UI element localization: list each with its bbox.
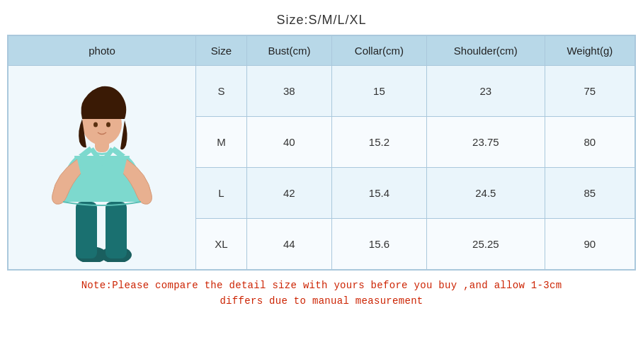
svg-point-8	[106, 123, 110, 127]
product-image	[24, 71, 180, 262]
bust-s: 38	[246, 66, 331, 117]
shoulder-m: 23.75	[427, 117, 545, 168]
bust-xl: 44	[246, 219, 331, 270]
collar-xl: 15.6	[331, 219, 426, 270]
col-header-bust: Bust(cm)	[246, 36, 331, 66]
note-line1: Note:Please compare the detail size with…	[81, 280, 562, 291]
shoulder-s: 23	[427, 66, 545, 117]
photo-cell	[8, 66, 196, 270]
size-m: M	[196, 117, 247, 168]
table-header-row: photo Size Bust(cm) Collar(cm) Shoulder(…	[8, 36, 635, 66]
weight-s: 75	[545, 66, 635, 117]
bust-m: 40	[246, 117, 331, 168]
shoulder-xl: 25.25	[427, 219, 545, 270]
bust-l: 42	[246, 168, 331, 219]
collar-m: 15.2	[331, 117, 426, 168]
weight-l: 85	[545, 168, 635, 219]
weight-xl: 90	[545, 219, 635, 270]
svg-rect-3	[76, 202, 97, 258]
size-table-wrapper: photo Size Bust(cm) Collar(cm) Shoulder(…	[7, 35, 636, 271]
note-text: Note:Please compare the detail size with…	[7, 271, 636, 312]
col-header-shoulder: Shoulder(cm)	[427, 36, 545, 66]
svg-point-7	[93, 123, 98, 127]
collar-s: 15	[331, 66, 426, 117]
size-s: S	[196, 66, 247, 117]
col-header-weight: Weight(g)	[545, 36, 635, 66]
col-header-size: Size	[196, 36, 247, 66]
shoulder-l: 24.5	[427, 168, 545, 219]
collar-l: 15.4	[331, 168, 426, 219]
table-row: S 38 15 23 75	[8, 66, 635, 117]
note-line2: differs due to manual measurement	[220, 295, 423, 307]
weight-m: 80	[545, 117, 635, 168]
size-xl: XL	[196, 219, 247, 270]
size-table: photo Size Bust(cm) Collar(cm) Shoulder(…	[8, 35, 635, 270]
col-header-collar: Collar(cm)	[331, 36, 426, 66]
svg-rect-4	[106, 202, 127, 258]
size-chart-title: Size:S/M/L/XL	[7, 7, 636, 35]
col-header-photo: photo	[8, 36, 196, 66]
size-l: L	[196, 168, 247, 219]
